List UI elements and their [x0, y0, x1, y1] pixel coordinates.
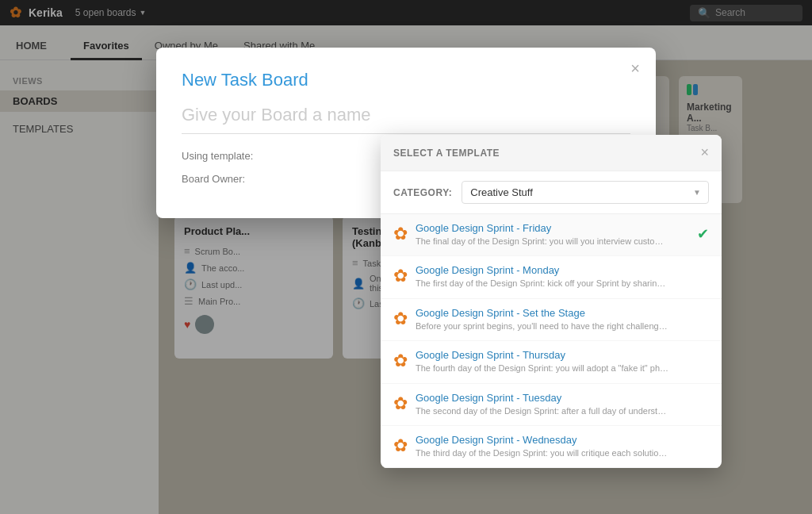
template-flower-icon: ✿ — [393, 351, 408, 371]
template-list: ✿ Google Design Sprint - Friday The fina… — [381, 214, 722, 468]
template-item[interactable]: ✿ Google Design Sprint - Friday The fina… — [381, 214, 722, 256]
template-flower-icon: ✿ — [393, 224, 408, 244]
using-template-label: Using template: — [182, 150, 269, 162]
template-item[interactable]: ✿ Google Design Sprint - Set the Stage B… — [381, 299, 722, 341]
board-owner-label: Board Owner: — [182, 173, 269, 185]
template-name: Google Design Sprint - Set the Stage — [416, 307, 709, 319]
template-item[interactable]: ✿ Google Design Sprint - Wednesday The t… — [381, 426, 722, 468]
category-select[interactable]: Creative Stuff — [462, 181, 709, 204]
template-item[interactable]: ✿ Google Design Sprint - Thursday The fo… — [381, 341, 722, 383]
category-label: CATEGORY: — [393, 187, 452, 198]
modal-close-button[interactable]: × — [630, 60, 640, 76]
template-panel-header: SELECT A TEMPLATE × — [381, 135, 722, 171]
category-row: CATEGORY: Creative Stuff ▼ — [381, 171, 722, 214]
template-name: Google Design Sprint - Monday — [416, 264, 709, 276]
template-flower-icon: ✿ — [393, 393, 408, 414]
template-panel-close-button[interactable]: × — [700, 144, 709, 161]
template-info: Google Design Sprint - Monday The first … — [416, 264, 709, 290]
template-desc: Before your sprint begins, you'll need t… — [416, 320, 669, 332]
template-desc: The third day of the Design Sprint: you … — [416, 447, 669, 459]
template-flower-icon: ✿ — [393, 435, 408, 456]
template-flower-icon: ✿ — [393, 309, 408, 329]
modal-title: New Task Board — [182, 70, 630, 90]
template-info: Google Design Sprint - Wednesday The thi… — [416, 434, 709, 459]
category-select-wrapper: Creative Stuff ▼ — [462, 181, 709, 204]
template-item[interactable]: ✿ Google Design Sprint - Tuesday The sec… — [381, 384, 722, 426]
template-flower-icon: ✿ — [393, 266, 408, 286]
template-desc: The final day of the Design Sprint: you … — [416, 236, 669, 247]
template-desc: The second day of the Design Sprint: aft… — [416, 405, 669, 417]
template-info: Google Design Sprint - Set the Stage Bef… — [416, 307, 709, 332]
template-desc: The first day of the Design Sprint: kick… — [416, 278, 669, 290]
template-item[interactable]: ✿ Google Design Sprint - Monday The firs… — [381, 256, 722, 298]
template-name: Google Design Sprint - Thursday — [416, 349, 709, 361]
template-panel: SELECT A TEMPLATE × CATEGORY: Creative S… — [381, 135, 722, 468]
template-info: Google Design Sprint - Tuesday The secon… — [416, 392, 709, 417]
template-name: Google Design Sprint - Wednesday — [416, 434, 709, 446]
template-info: Google Design Sprint - Friday The final … — [416, 222, 689, 247]
template-desc: The fourth day of the Design Sprint: you… — [416, 362, 669, 374]
modal-overlay[interactable]: New Task Board × Using template: Board O… — [0, 0, 812, 514]
template-panel-title: SELECT A TEMPLATE — [393, 148, 500, 159]
template-name: Google Design Sprint - Friday — [416, 222, 689, 234]
check-icon: ✔ — [697, 225, 709, 243]
board-name-input[interactable] — [182, 105, 630, 134]
template-info: Google Design Sprint - Thursday The four… — [416, 349, 709, 374]
template-name: Google Design Sprint - Tuesday — [416, 392, 709, 404]
